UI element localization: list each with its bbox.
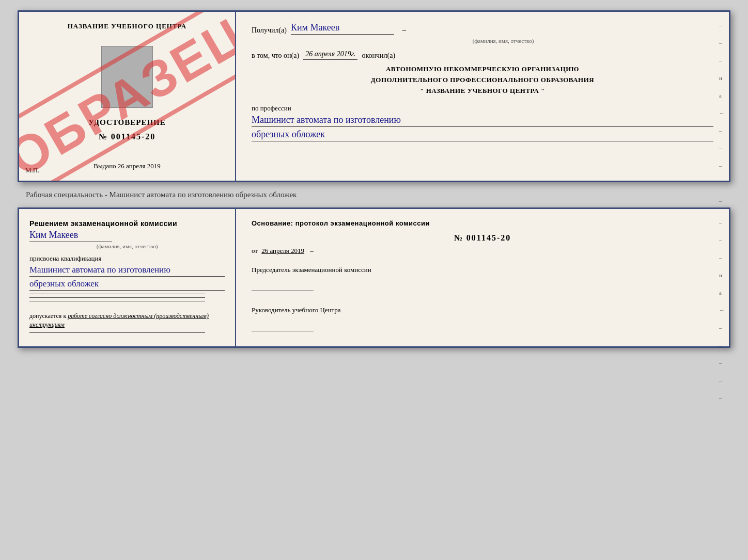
fio-label-top: (фамилия, имя, отчество) <box>293 38 713 44</box>
sep-line-4 <box>29 332 205 333</box>
edge-mark-6: – <box>719 163 725 169</box>
org-line3: " НАЗВАНИЕ УЧЕБНОГО ЦЕНТРА " <box>252 86 713 97</box>
sep-line-1 <box>29 294 205 294</box>
org-line1: АВТОНОМНУЮ НЕКОММЕРЧЕСКУЮ ОРГАНИЗАЦИЮ <box>252 64 713 75</box>
edge-mark-3: – <box>719 57 725 63</box>
edge-mark-7: – <box>719 180 725 186</box>
dash-after-name: – <box>402 26 406 35</box>
school-name-top: НАЗВАНИЕ УЧЕБНОГО ЦЕНТРА <box>68 22 187 30</box>
top-certificate-card: НАЗВАНИЕ УЧЕБНОГО ЦЕНТРА УДОСТОВЕРЕНИЕ №… <box>18 10 730 182</box>
bottom-person-name: Ким Макеев <box>29 230 112 242</box>
date-intro: в том, что он(а) <box>252 52 299 60</box>
protocol-number: № 001145-20 <box>252 233 713 243</box>
b-edge-mark-3: – <box>719 254 725 261</box>
edge-mark-i: и <box>719 75 725 81</box>
b-edge-mark-5: – <box>719 342 725 348</box>
issued-date-line: Выдано 26 апреля 2019 <box>93 162 160 170</box>
edge-mark-1: – <box>719 22 725 28</box>
qual-assigned-label: присвоена квалификация <box>29 254 225 263</box>
recipient-label: Получил(а) <box>252 26 287 35</box>
date-outro: окончил(а) <box>362 52 395 60</box>
bottom-certificate-card: Решением экзаменационной комиссии Ким Ма… <box>18 207 730 348</box>
b-edge-mark-7: – <box>719 377 725 383</box>
edge-mark-4: – <box>719 127 725 134</box>
right-edge-marks: – – – и а ← – – – – – <box>719 22 725 204</box>
decision-text: Решением экзаменационной комиссии <box>29 219 225 228</box>
chairman-sig-line <box>252 283 314 291</box>
sep-line-3 <box>29 301 205 301</box>
profession-label: по профессии <box>252 104 713 113</box>
bottom-right-edge-marks: – – – и а ← – – – – – <box>719 219 725 401</box>
bottom-card-left: Решением экзаменационной комиссии Ким Ма… <box>19 209 236 346</box>
b-edge-mark-6: – <box>719 360 725 366</box>
edge-mark-arrow: ← <box>719 110 725 116</box>
protocol-date-value: 26 апреля 2019 <box>261 247 304 254</box>
director-sig-line <box>252 323 314 331</box>
protocol-date: от 26 апреля 2019 – <box>252 247 713 255</box>
b-edge-mark-1: – <box>719 219 725 226</box>
qual-line1: Машинист автомата по изготовлению <box>29 265 225 277</box>
edge-mark-a: а <box>719 92 725 99</box>
recipient-name: Ким Макеев <box>291 22 394 35</box>
b-edge-mark-a: а <box>719 290 725 296</box>
issued-date-value: 26 апреля 2019 <box>118 162 161 170</box>
b-edge-mark-8: – <box>719 395 725 401</box>
top-card-right: Получил(а) Ким Макеев – (фамилия, имя, о… <box>236 12 729 181</box>
org-text: АВТОНОМНУЮ НЕКОММЕРЧЕСКУЮ ОРГАНИЗАЦИЮ ДО… <box>252 64 713 96</box>
допускается-block: допускается к работе согласно должностны… <box>29 312 225 329</box>
b-edge-mark-4: – <box>719 325 725 331</box>
recipient-line: Получил(а) Ким Макеев – <box>252 22 713 35</box>
profession-line2: обрезных обложек <box>252 129 713 141</box>
director-block: Руководитель учебного Центра <box>252 306 713 333</box>
between-cards-text: Рабочая специальность - Машинист автомат… <box>10 190 297 199</box>
issued-label: Выдано <box>93 162 116 170</box>
date-line: в том, что он(а) 26 апреля 2019г. окончи… <box>252 50 713 60</box>
mp-label: М.П. <box>25 166 39 174</box>
chairman-label: Председатель экзаменационной комиссии <box>252 265 713 275</box>
edge-mark-8: – <box>719 198 725 204</box>
director-label: Руководитель учебного Центра <box>252 306 713 315</box>
basis-text: Основание: протокол экзаменационной коми… <box>252 219 713 227</box>
org-line2: ДОПОЛНИТЕЛЬНОГО ПРОФЕССИОНАЛЬНОГО ОБРАЗО… <box>252 75 713 86</box>
b-edge-mark-arrow: ← <box>719 307 725 313</box>
edge-mark-2: – <box>719 40 725 46</box>
cert-title: УДОСТОВЕРЕНИЕ <box>88 118 166 127</box>
photo-placeholder <box>101 46 153 108</box>
cert-number: № 001145-20 <box>99 132 156 141</box>
b-edge-mark-i: и <box>719 272 725 278</box>
fio-label-bottom: (фамилия, имя, отчество) <box>29 243 225 249</box>
profession-line1: Машинист автомата по изготовлению <box>252 115 713 127</box>
sep-line-2 <box>29 297 205 298</box>
protocol-date-prefix: от <box>252 247 258 254</box>
chairman-block: Председатель экзаменационной комиссии <box>252 265 713 293</box>
qual-line2: обрезных обложек <box>29 279 225 291</box>
допускается-label: допускается к <box>29 312 66 319</box>
b-edge-mark-2: – <box>719 237 725 243</box>
bottom-card-right: Основание: протокол экзаменационной коми… <box>236 209 729 346</box>
top-card-left: НАЗВАНИЕ УЧЕБНОГО ЦЕНТРА УДОСТОВЕРЕНИЕ №… <box>19 12 236 181</box>
date-value: 26 апреля 2019г. <box>303 50 357 60</box>
edge-mark-5: – <box>719 145 725 151</box>
protocol-dash: – <box>310 247 314 254</box>
